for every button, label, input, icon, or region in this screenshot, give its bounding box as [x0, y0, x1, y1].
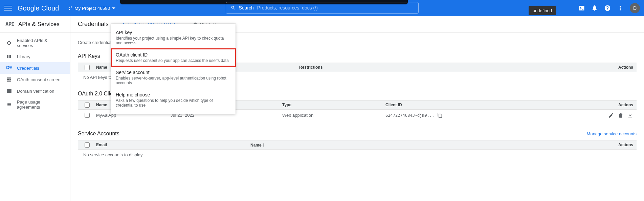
menu-icon[interactable]: [4, 4, 12, 12]
project-name: My Project 46580: [74, 6, 110, 11]
dropdown-item-apikey[interactable]: API key Identifies your project using a …: [111, 26, 236, 49]
section-sa-header: Service Accounts Manage service accounts: [78, 131, 637, 137]
avatar[interactable]: D: [630, 3, 640, 13]
logo-part-b: Cloud: [41, 4, 59, 12]
sidebar: API APIs & Services Enabled APIs & servi…: [0, 16, 70, 201]
dropdown-desc: Identifies your project using a simple A…: [116, 36, 231, 45]
project-icon: ⠞: [68, 5, 72, 12]
table-header: Email Name↑ Actions: [78, 140, 637, 150]
page-title: Credentials: [78, 21, 109, 28]
manage-service-accounts-link[interactable]: Manage service accounts: [587, 131, 637, 136]
row-checkbox-cell: [78, 113, 96, 118]
search-icon: [231, 5, 236, 10]
sidebar-item-label: Enabled APIs & services: [17, 38, 64, 48]
col-actions: Actions: [618, 65, 637, 70]
help-icon[interactable]: [604, 5, 611, 12]
header-checkbox: [78, 103, 96, 108]
bell-icon[interactable]: [591, 5, 598, 12]
avatar-letter: D: [633, 5, 637, 11]
dropdown-item-oauth[interactable]: OAuth client ID Requests user consent so…: [111, 49, 236, 66]
col-email[interactable]: Email: [96, 142, 250, 147]
sidebar-item-domain[interactable]: Domain verification: [0, 85, 70, 97]
arrow-up-icon: ↑: [262, 142, 265, 148]
sidebar-header: API APIs & Services: [0, 16, 70, 32]
col-name[interactable]: Name↑: [250, 142, 265, 148]
sidebar-item-label: OAuth consent screen: [17, 77, 61, 82]
dropdown-title: Service account: [116, 70, 231, 75]
header-checkbox: [78, 65, 96, 70]
copy-icon[interactable]: [437, 113, 443, 118]
select-all-checkbox[interactable]: [85, 142, 90, 148]
select-all-checkbox[interactable]: [85, 65, 90, 70]
col-name-label: Name: [250, 143, 262, 148]
logo[interactable]: Google Cloud: [18, 4, 59, 12]
more-vert-icon[interactable]: [617, 5, 624, 12]
section-sa-title: Service Accounts: [78, 131, 119, 137]
list-icon: [6, 102, 12, 108]
row-checkbox[interactable]: [85, 113, 90, 118]
dropdown-item-service[interactable]: Service account Enables server-to-server…: [111, 66, 236, 89]
cell-clientid: 624722746843-djm9...: [385, 113, 608, 118]
dropdown-desc: Asks a few questions to help you decide …: [116, 98, 231, 108]
header-checkbox: [78, 142, 96, 148]
search-placeholder: Products, resources, docs (/): [257, 5, 318, 10]
sidebar-title: APIs & Services: [18, 21, 60, 28]
key-icon: [6, 65, 12, 71]
sidebar-item-consent[interactable]: OAuth consent screen: [0, 74, 70, 85]
row-actions: [608, 112, 637, 118]
dropdown-item-help[interactable]: Help me choose Asks a few questions to h…: [111, 89, 236, 111]
library-icon: [6, 53, 12, 60]
delete-icon[interactable]: [618, 112, 624, 118]
clientid-text: 624722746843-djm9...: [385, 113, 435, 118]
cloud-shell-icon[interactable]: [578, 5, 585, 12]
sidebar-item-label: Library: [17, 54, 30, 59]
logo-part-a: Google: [18, 4, 40, 12]
dropdown-desc: Enables server-to-server, app-level auth…: [116, 76, 231, 85]
dropdown-title: OAuth client ID: [116, 52, 231, 58]
api-logo: API: [5, 21, 14, 27]
chevron-down-icon: [112, 7, 115, 9]
edit-icon[interactable]: [608, 112, 614, 118]
layout: API APIs & Services Enabled APIs & servi…: [0, 16, 644, 201]
check-icon: [6, 88, 12, 94]
download-icon[interactable]: [627, 112, 633, 118]
col-clientid[interactable]: Client ID: [385, 103, 618, 107]
search-box[interactable]: Search Products, resources, docs (/): [226, 2, 419, 14]
dropdown-title: Help me choose: [116, 92, 231, 97]
dropdown-desc: Requests user consent so your app can ac…: [116, 58, 231, 63]
undefined-tooltip: undefined: [529, 6, 556, 15]
search-container: Search Products, resources, docs (/): [226, 2, 419, 14]
empty-sa: No service accounts to display: [78, 150, 637, 160]
project-selector[interactable]: ⠞ My Project 46580: [66, 4, 118, 13]
sidebar-items: Enabled APIs & services Library Credenti…: [0, 32, 70, 112]
sidebar-item-library[interactable]: Library: [0, 51, 70, 62]
col-actions: Actions: [618, 103, 637, 107]
create-credentials-dropdown: API key Identifies your project using a …: [111, 24, 236, 114]
topbar-right: D: [578, 3, 640, 13]
sidebar-item-credentials[interactable]: Credentials: [0, 62, 70, 74]
sidebar-item-label: Credentials: [17, 66, 39, 71]
dropdown-title: API key: [116, 30, 231, 35]
sidebar-item-agreements[interactable]: Page usage agreements: [0, 97, 70, 112]
sidebar-item-label: Domain verification: [17, 89, 54, 94]
select-all-checkbox[interactable]: [85, 103, 90, 108]
top-bar: Google Cloud ⠞ My Project 46580 Search P…: [0, 0, 644, 16]
sa-table: Email Name↑ Actions No service accounts …: [78, 140, 637, 160]
sidebar-item-enabled[interactable]: Enabled APIs & services: [0, 35, 70, 51]
col-type[interactable]: Type: [282, 103, 385, 107]
main: Credentials + CREATE CREDENTIALS DELETE …: [70, 16, 644, 201]
cell-type: Web application: [282, 113, 385, 118]
consent-icon: [6, 76, 12, 83]
sidebar-item-label: Page usage agreements: [17, 99, 64, 110]
search-label: Search: [239, 5, 254, 10]
col-actions: Actions: [618, 142, 637, 147]
col-restrictions[interactable]: Restrictions: [299, 65, 468, 70]
diamond-icon: [6, 40, 12, 46]
